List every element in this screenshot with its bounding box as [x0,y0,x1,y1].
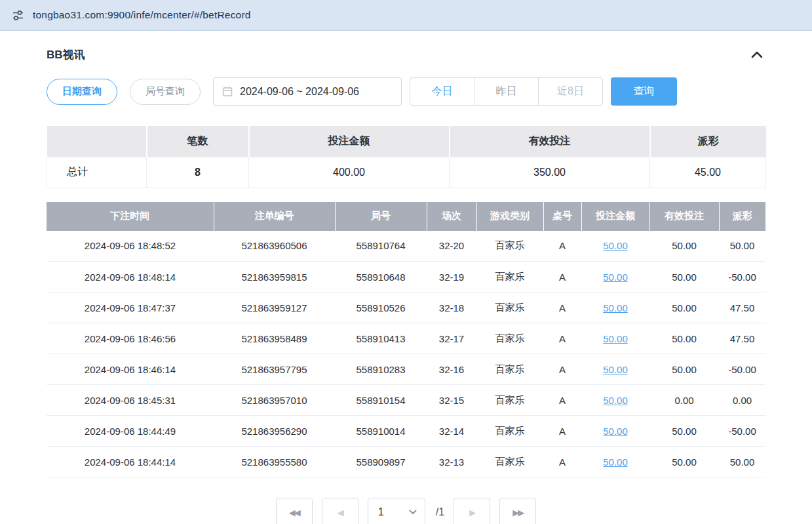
header-game-type: 游戏类别 [476,202,543,231]
cell-order-id: 521863960506 [214,231,335,262]
date-query-tab[interactable]: 日期查询 [47,79,117,105]
quick-range-group: 今日 昨日 近8日 [410,77,603,106]
header-order-id: 注单编号 [214,202,335,231]
cell-time: 2024-09-06 18:47:37 [47,292,214,323]
cell-table-no: A [543,354,581,385]
cell-round-id: 558910014 [335,416,427,447]
bet-table-body: 2024-09-06 18:48:52521863960506558910764… [47,231,765,477]
cell-payout: 47.50 [719,323,765,354]
cell-valid-bet: 50.00 [649,354,719,385]
quick-range-last8days[interactable]: 近8日 [538,77,603,106]
header-round-id: 局号 [335,202,427,231]
cell-payout: -50.00 [719,354,765,385]
cell-order-id: 521863955580 [214,447,335,477]
bet-amount-link[interactable]: 50.00 [603,302,628,313]
summary-table: 笔数 投注金额 有效投注 派彩 总计 8 400.00 350.00 45.00 [47,126,766,188]
header-session: 场次 [427,202,476,231]
page-select[interactable]: 1 [368,498,425,524]
cell-time: 2024-09-06 18:46:56 [47,323,214,354]
double-chevron-right-icon: ▶▶ [512,508,523,517]
chevron-right-icon: ▶ [469,508,474,517]
summary-valid-bet-value: 350.00 [450,157,650,188]
bet-amount-link[interactable]: 50.00 [603,395,628,406]
cell-order-id: 521863957795 [214,354,335,385]
table-row: 2024-09-06 18:48:52521863960506558910764… [47,231,765,262]
cell-table-no: A [543,262,581,292]
table-row: 2024-09-06 18:44:14521863955580558909897… [47,447,765,477]
cell-bet-amount: 50.00 [581,385,649,416]
cell-table-no: A [543,416,581,447]
cell-round-id: 558910648 [335,262,427,292]
last-page-button[interactable]: ▶▶ [499,498,536,524]
cell-table-no: A [543,323,581,354]
bet-amount-link[interactable]: 50.00 [603,240,628,251]
header-valid-bet: 有效投注 [649,202,719,231]
header-bet-time: 下注时间 [47,202,214,231]
collapse-panel-button[interactable] [748,49,765,61]
cell-table-no: A [543,231,581,262]
first-page-button[interactable]: ◀◀ [276,498,313,524]
bet-amount-link[interactable]: 50.00 [603,272,628,283]
bet-amount-link[interactable]: 50.00 [603,456,628,468]
site-controls-icon[interactable] [12,9,24,22]
pagination: ◀◀ ◀ 1 /1 ▶ ▶▶ [47,498,765,524]
summary-header-count: 笔数 [147,126,249,157]
table-row: 2024-09-06 18:47:37521863959127558910526… [47,292,765,323]
cell-order-id: 521863957010 [214,385,335,416]
page-title: BB视讯 [47,47,85,62]
cell-game-type: 百家乐 [476,447,543,477]
cell-time: 2024-09-06 18:44:49 [47,416,214,447]
cell-round-id: 558910526 [335,292,427,323]
cell-round-id: 558910154 [335,385,427,416]
next-page-button[interactable]: ▶ [454,498,490,524]
table-row: 2024-09-06 18:48:14521863959815558910648… [47,262,765,292]
bet-amount-link[interactable]: 50.00 [603,364,628,375]
bet-amount-link[interactable]: 50.00 [603,333,628,344]
cell-order-id: 521863956290 [214,416,335,447]
summary-header-valid-bet: 有效投注 [450,126,650,157]
bet-amount-link[interactable]: 50.00 [603,426,628,437]
quick-range-today[interactable]: 今日 [410,77,474,106]
cell-game-type: 百家乐 [476,416,543,447]
summary-bet-amount-value: 400.00 [249,157,450,188]
cell-session: 32-19 [427,262,476,292]
chevron-up-icon [751,51,763,58]
cell-game-type: 百家乐 [476,354,543,385]
prev-page-button[interactable]: ◀ [322,498,358,524]
cell-session: 32-14 [427,416,476,447]
summary-header-empty [47,126,147,157]
cell-session: 32-13 [427,447,476,477]
cell-session: 32-16 [427,354,476,385]
cell-round-id: 558910764 [335,231,427,262]
search-button[interactable]: 查询 [611,77,677,106]
cell-table-no: A [543,292,581,323]
cell-bet-amount: 50.00 [581,447,649,477]
url-text[interactable]: tongbao31.com:9900/infe/mcenter/#/betRec… [33,9,251,21]
cell-bet-amount: 50.00 [581,292,649,323]
cell-valid-bet: 50.00 [649,416,719,447]
cell-time: 2024-09-06 18:46:14 [47,354,214,385]
cell-table-no: A [543,447,581,477]
bet-record-table: 下注时间 注单编号 局号 场次 游戏类别 桌号 投注金额 有效投注 派彩 202… [47,202,765,478]
table-row: 2024-09-06 18:45:31521863957010558910154… [47,385,765,416]
cell-payout: 0.00 [719,385,765,416]
cell-bet-amount: 50.00 [581,323,649,354]
cell-valid-bet: 50.00 [649,292,719,323]
cell-time: 2024-09-06 18:44:14 [47,447,214,477]
cell-game-type: 百家乐 [476,262,543,292]
date-range-input[interactable]: 2024-09-06 ~ 2024-09-06 [213,77,402,106]
summary-header-bet-amount: 投注金额 [249,126,450,157]
cell-time: 2024-09-06 18:48:52 [47,231,214,262]
bet-table-header-row: 下注时间 注单编号 局号 场次 游戏类别 桌号 投注金额 有效投注 派彩 [47,202,765,231]
table-row: 2024-09-06 18:46:56521863958489558910413… [47,323,765,354]
cell-game-type: 百家乐 [476,385,543,416]
summary-total-label: 总计 [47,157,147,188]
summary-count-value: 8 [147,157,249,188]
round-query-tab[interactable]: 局号查询 [130,79,201,105]
cell-order-id: 521863959815 [214,262,335,292]
chevron-down-icon [409,510,417,515]
quick-range-yesterday[interactable]: 昨日 [474,77,539,106]
cell-time: 2024-09-06 18:48:14 [47,262,214,292]
chevron-left-icon: ◀ [338,508,343,517]
header-table-no: 桌号 [543,202,581,231]
